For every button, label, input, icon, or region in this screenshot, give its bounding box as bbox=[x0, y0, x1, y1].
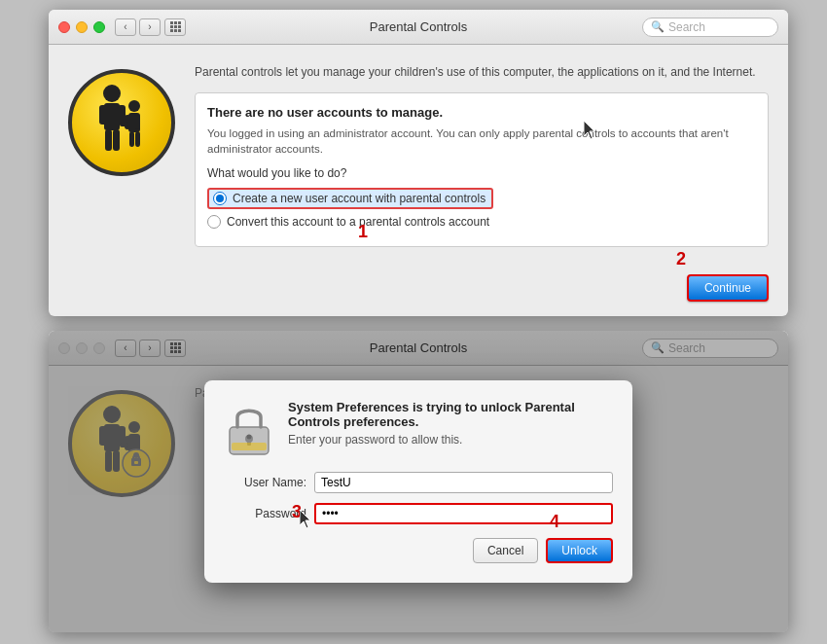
continue-button[interactable]: Continue bbox=[687, 274, 769, 302]
grid-button-1[interactable] bbox=[164, 18, 186, 36]
info-desc-1: You logged in using an administrator acc… bbox=[207, 125, 756, 157]
svg-rect-9 bbox=[134, 115, 140, 129]
search-placeholder-1: Search bbox=[668, 20, 705, 34]
footer-area-1: 2 Continue bbox=[49, 267, 788, 316]
radio-highlight-1: Create a new user account with parental … bbox=[207, 188, 493, 209]
dialog-header: System Preferences is trying to unlock P… bbox=[224, 400, 613, 458]
cancel-button[interactable]: Cancel bbox=[473, 538, 538, 563]
auth-dialog: System Preferences is trying to unlock P… bbox=[204, 380, 632, 583]
window-title-1: Parental Controls bbox=[370, 19, 467, 34]
dialog-buttons: 4 Cancel Unlock bbox=[224, 538, 613, 563]
window-2: ‹ › Parental Controls 🔍 Search bbox=[49, 331, 788, 632]
svg-point-34 bbox=[247, 435, 252, 440]
info-title-1: There are no user accounts to manage. bbox=[207, 105, 756, 120]
svg-point-0 bbox=[103, 85, 121, 102]
step-label-1: 2 bbox=[676, 249, 686, 269]
close-button-1[interactable] bbox=[58, 21, 70, 33]
svg-rect-5 bbox=[113, 129, 120, 151]
radio-btn-1[interactable] bbox=[213, 192, 227, 205]
nav-buttons-1: ‹ › bbox=[115, 18, 161, 36]
lock-icon bbox=[224, 400, 274, 458]
parental-icon-1 bbox=[68, 69, 175, 176]
svg-rect-2 bbox=[99, 105, 107, 125]
search-icon-1: 🔍 bbox=[651, 20, 665, 33]
step-label-4: 4 bbox=[550, 512, 559, 532]
titlebar-1: ‹ › Parental Controls 🔍 Search bbox=[49, 10, 788, 45]
dialog-subtitle: Enter your password to allow this. bbox=[288, 433, 613, 447]
radio-option-2[interactable]: Convert this account to a parental contr… bbox=[207, 215, 756, 229]
window-content-1: Parental controls let you manage your ch… bbox=[49, 45, 788, 267]
svg-rect-11 bbox=[135, 131, 140, 147]
svg-rect-12 bbox=[120, 122, 128, 126]
traffic-lights-1 bbox=[58, 21, 105, 33]
window-1: ‹ › Parental Controls 🔍 Search bbox=[49, 10, 788, 316]
search-box-1[interactable]: 🔍 Search bbox=[642, 18, 778, 37]
question-text-1: What would you like to do? bbox=[207, 166, 756, 180]
username-label: User Name: bbox=[224, 476, 306, 489]
intro-text-1: Parental controls let you manage your ch… bbox=[195, 64, 769, 81]
back-button-1[interactable]: ‹ bbox=[115, 18, 136, 36]
dialog-overlay: System Preferences is trying to unlock P… bbox=[49, 331, 788, 632]
info-box-1: There are no user accounts to manage. Yo… bbox=[195, 92, 769, 247]
dialog-title: System Preferences is trying to unlock P… bbox=[288, 400, 613, 429]
minimize-button-1[interactable] bbox=[76, 21, 88, 33]
option1-label: Create a new user account with parental … bbox=[233, 192, 485, 205]
svg-rect-10 bbox=[129, 131, 134, 147]
unlock-button[interactable]: Unlock bbox=[546, 538, 613, 563]
forward-button-1[interactable]: › bbox=[139, 18, 161, 36]
content-area-1: Parental controls let you manage your ch… bbox=[195, 64, 769, 247]
username-row: User Name: bbox=[224, 472, 613, 493]
step-label-3: 3 bbox=[292, 502, 302, 522]
dialog-text-area: System Preferences is trying to unlock P… bbox=[288, 400, 613, 458]
maximize-button-1[interactable] bbox=[93, 21, 105, 33]
radio-btn-2[interactable] bbox=[207, 215, 221, 229]
svg-rect-33 bbox=[232, 443, 267, 450]
username-input[interactable] bbox=[314, 472, 613, 493]
radio-option-1[interactable]: Create a new user account with parental … bbox=[207, 188, 756, 209]
password-input[interactable] bbox=[314, 503, 613, 524]
svg-point-6 bbox=[128, 100, 140, 112]
step-label-1-pos: 1 bbox=[358, 222, 368, 242]
svg-rect-4 bbox=[105, 129, 112, 151]
